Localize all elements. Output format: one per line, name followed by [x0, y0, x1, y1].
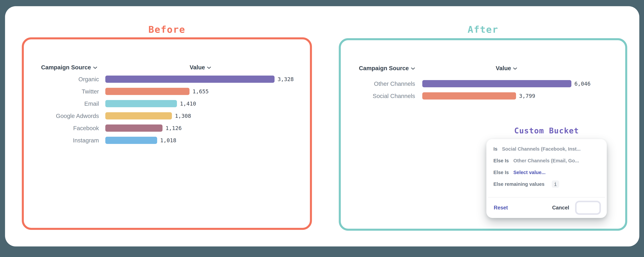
row-label: Facebook [24, 125, 99, 132]
bucket-rule: Else remaining values i [494, 178, 603, 190]
before-title: Before [22, 24, 312, 35]
info-icon[interactable]: i [552, 180, 559, 188]
row-label: Google Adwords [24, 113, 99, 119]
rule-value[interactable]: Other Channels (Email, Go... [513, 158, 579, 164]
rule-value[interactable]: Social Channels (Facebook, Inst... [502, 146, 580, 152]
value-bar[interactable] [105, 76, 274, 83]
table-row: Twitter 1,655 [24, 88, 294, 95]
rule-prefix: Else Is [494, 158, 509, 164]
value-bar[interactable] [105, 88, 190, 95]
table-row: Organic 3,328 [24, 76, 294, 83]
bucket-rule: Else Is Other Channels (Email, Go... [494, 155, 603, 167]
rule-value[interactable]: Select value... [513, 170, 546, 175]
row-value: 1,410 [180, 100, 196, 107]
table-row: Instagram 1,018 [24, 137, 294, 144]
rule-prefix: Is [494, 146, 498, 152]
row-value: 1,018 [160, 137, 176, 144]
row-label: Organic [24, 76, 99, 83]
column-header-label: Campaign Source [359, 65, 409, 71]
chevron-down-icon [207, 66, 211, 69]
column-header-campaign-source[interactable]: Campaign Source [41, 64, 97, 71]
column-header-campaign-source[interactable]: Campaign Source [359, 64, 415, 72]
table-row: Other Channels 6,046 [341, 80, 590, 87]
row-label: Other Channels [341, 80, 415, 87]
rule-prefix: Else Is [494, 170, 509, 175]
rule-prefix: Else remaining values [494, 181, 544, 187]
cancel-button[interactable]: Cancel [552, 205, 569, 211]
column-header-value[interactable]: Value [190, 64, 211, 71]
bucket-rules: Is Social Channels (Facebook, Inst... El… [494, 143, 603, 190]
before-panel: Campaign Source Value Organic 3,328 Twit… [22, 37, 312, 230]
row-label: Email [24, 100, 99, 107]
reset-button[interactable]: Reset [494, 205, 508, 211]
value-bar[interactable] [105, 137, 157, 144]
content-card: Before After Campaign Source Value Orga [5, 6, 639, 247]
column-header-label: Value [190, 64, 205, 71]
column-header-label: Value [496, 65, 511, 71]
custom-bucket-popup: Is Social Channels (Facebook, Inst... El… [486, 139, 607, 218]
row-value: 3,799 [519, 93, 535, 99]
row-label: Twitter [24, 88, 99, 95]
value-bar[interactable] [422, 80, 572, 87]
value-bar[interactable] [105, 100, 177, 107]
row-value: 1,308 [175, 113, 191, 119]
row-value: 1,126 [166, 125, 182, 131]
table-row: Social Channels 3,799 [341, 92, 590, 99]
custom-bucket-title: Custom Bucket [486, 126, 607, 135]
table-header: Campaign Source Value [24, 64, 310, 71]
column-header-label: Campaign Source [41, 64, 91, 71]
apply-button[interactable]: Apply [576, 202, 600, 213]
row-label: Social Channels [341, 93, 415, 99]
comparison-canvas: Before After Campaign Source Value Orga [0, 0, 644, 257]
table-row: Facebook 1,126 [24, 124, 294, 132]
row-label: Instagram [24, 137, 99, 144]
row-value: 1,655 [192, 88, 209, 95]
after-title: After [339, 24, 627, 35]
value-bar[interactable] [105, 112, 172, 119]
bucket-rule: Is Social Channels (Facebook, Inst... [494, 143, 603, 155]
table-header: Campaign Source Value [341, 64, 625, 72]
row-value: 3,328 [278, 76, 294, 82]
table-row: Google Adwords 1,308 [24, 112, 294, 119]
chevron-down-icon [411, 67, 415, 70]
row-value: 6,046 [574, 81, 590, 87]
column-header-value[interactable]: Value [496, 64, 517, 72]
value-bar[interactable] [105, 124, 162, 132]
chevron-down-icon [513, 67, 517, 70]
rows: Organic 3,328 Twitter 1,655 Email 1,410 … [24, 76, 294, 144]
value-bar[interactable] [422, 92, 516, 99]
bucket-rule: Else Is Select value... [494, 167, 603, 178]
table-row: Email 1,410 [24, 100, 294, 107]
chevron-down-icon [93, 66, 97, 69]
rows: Other Channels 6,046 Social Channels 3,7… [341, 80, 590, 99]
popup-footer: Reset Cancel Apply [486, 198, 607, 218]
